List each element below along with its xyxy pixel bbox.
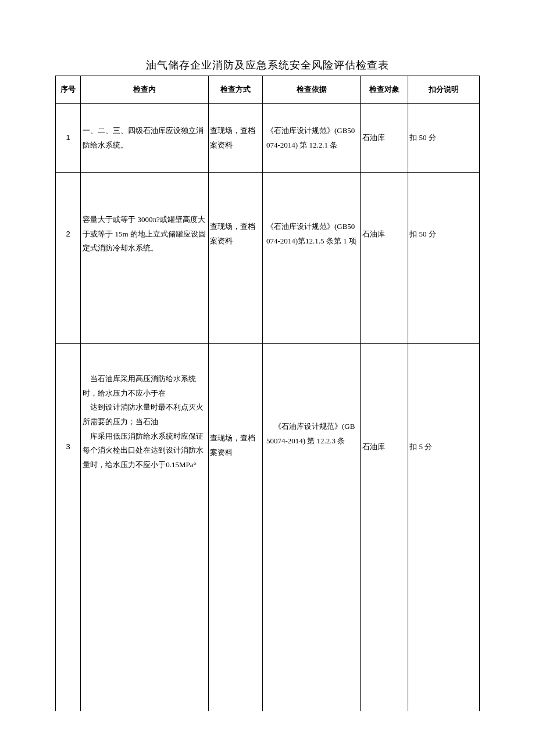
cell-object: 石油库 [361, 104, 408, 173]
cell-seq: 1 [56, 104, 81, 173]
basis-text: 《石油库设计规范》(GB50074-2014) 第 12.2.3 条 [266, 422, 355, 445]
cell-seq: 2 [56, 173, 81, 344]
cell-content: 一、二、三、四级石油库应设独立消防给水系统。 [81, 104, 208, 173]
table-row: 2 容量大于或等于 3000π?或罐壁高度大于或等于 15m 的地上立式储罐应设… [56, 173, 480, 344]
cell-object: 石油库 [361, 173, 408, 344]
content-p1: 当石油库采用高压消防给水系统时，给水压力不应小于在 [83, 374, 196, 397]
table-row: 3 当石油库采用高压消防给水系统时，给水压力不应小于在 达到设计消防水量时最不利… [56, 344, 480, 711]
cell-content: 容量大于或等于 3000π?或罐壁高度大于或等于 15m 的地上立式储罐应设固定… [81, 173, 208, 344]
cell-seq: 3 [56, 344, 81, 711]
cell-deduct: 扣 50 分 [408, 104, 480, 173]
header-object: 检查对象 [361, 76, 408, 104]
cell-content: 当石油库采用高压消防给水系统时，给水压力不应小于在 达到设计消防水量时最不利点灭… [81, 344, 208, 711]
cell-basis: 《石油库设计规范》(GB50074-2014) 第 12.2.3 条 [262, 344, 360, 711]
cell-deduct: 扣 5 分 [408, 344, 480, 711]
header-deduct: 扣分说明 [408, 76, 480, 104]
cell-method: 查现场，查档案资料 [208, 104, 262, 173]
header-content: 检查内 [81, 76, 208, 104]
checklist-table: 序号 检查内 检查方式 检查依据 检查对象 扣分说明 1 一、二、三、四级石油库… [55, 76, 480, 711]
content-p2: 达到设计消防水量时最不利点灭火所需要的压力；当石油 [83, 403, 204, 426]
header-method: 检查方式 [208, 76, 262, 104]
cell-object: 石油库 [361, 344, 408, 711]
header-basis: 检查依据 [262, 76, 360, 104]
cell-method: 查现场，查档案资料 [208, 344, 262, 711]
header-seq: 序号 [56, 76, 81, 104]
cell-basis: 《石油库设计规范》(GB50074-2014) 第 12.2.1 条 [262, 104, 360, 173]
cell-deduct: 扣 50 分 [408, 173, 480, 344]
table-row: 1 一、二、三、四级石油库应设独立消防给水系统。 查现场，查档案资料 《石油库设… [56, 104, 480, 173]
cell-basis: 《石油库设计规范》(GB50074-2014)第12.1.5 条第 1 项 [262, 173, 360, 344]
content-p3: 库采用低压消防给水系统时应保证每个消火栓出口处在达到设计消防水量时，给水压力不应… [83, 432, 204, 469]
cell-method: 查现场，查档案资料 [208, 173, 262, 344]
document-title: 油气储存企业消防及应急系统安全风险评估检查表 [55, 58, 480, 72]
table-header-row: 序号 检查内 检查方式 检查依据 检查对象 扣分说明 [56, 76, 480, 104]
